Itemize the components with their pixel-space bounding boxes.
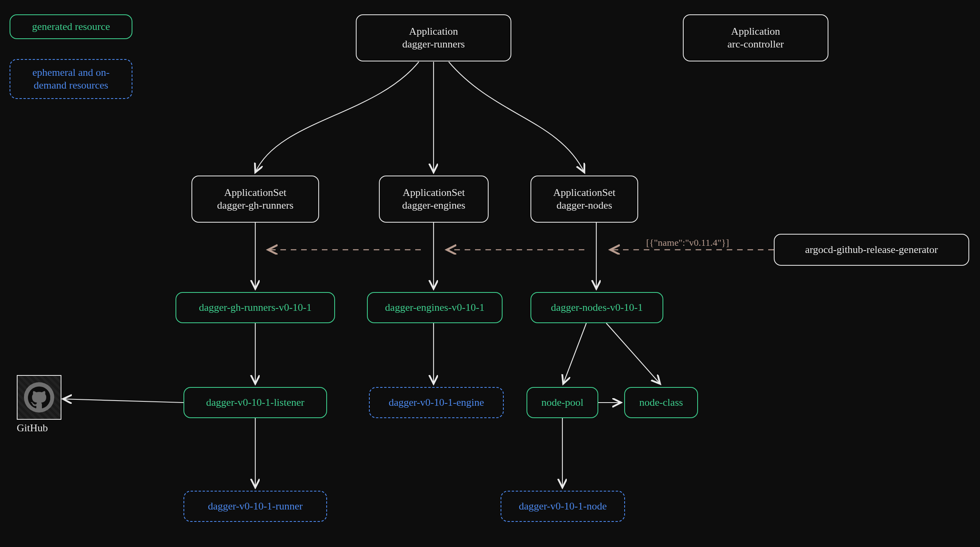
edge-label-release-payload: [{"name":"v0.11.4"}] — [646, 237, 729, 248]
legend-generated-label: generated resource — [32, 20, 110, 34]
release-generator-label: argocd-github-release-generator — [805, 243, 938, 257]
appset-gh-runners-type: ApplicationSet — [224, 186, 286, 199]
node-gen-engines: dagger-engines-v0-10-1 — [367, 292, 503, 323]
legend-generated-resource: generated resource — [10, 14, 132, 39]
github-icon — [17, 375, 61, 420]
appset-nodes-name: dagger-nodes — [556, 199, 612, 212]
node-node: dagger-v0-10-1-node — [501, 491, 625, 522]
gen-engines-label: dagger-engines-v0-10-1 — [385, 301, 484, 314]
gen-nodes-label: dagger-nodes-v0-10-1 — [551, 301, 643, 314]
app-arc-controller-type: Application — [731, 25, 780, 38]
node-appset-engines: ApplicationSet dagger-engines — [379, 176, 489, 223]
node-label: dagger-v0-10-1-node — [519, 500, 607, 513]
node-appset-gh-runners: ApplicationSet dagger-gh-runners — [191, 176, 319, 223]
runner-label: dagger-v0-10-1-runner — [208, 500, 303, 513]
legend-ephemeral-label: ephemeral and on- demand resources — [32, 66, 109, 92]
node-app-dagger-runners: Application dagger-runners — [356, 14, 511, 61]
appset-nodes-type: ApplicationSet — [553, 186, 615, 199]
node-gen-gh-runners: dagger-gh-runners-v0-10-1 — [175, 292, 335, 323]
node-appset-nodes: ApplicationSet dagger-nodes — [530, 176, 638, 223]
appset-gh-runners-name: dagger-gh-runners — [217, 199, 294, 212]
node-node-pool: node-pool — [526, 387, 598, 418]
node-engine: dagger-v0-10-1-engine — [369, 387, 504, 418]
node-runner: dagger-v0-10-1-runner — [183, 491, 327, 522]
node-gen-nodes: dagger-nodes-v0-10-1 — [530, 292, 663, 323]
node-release-generator: argocd-github-release-generator — [774, 234, 969, 266]
app-dagger-runners-name: dagger-runners — [402, 38, 465, 51]
appset-engines-name: dagger-engines — [402, 199, 465, 212]
node-pool-label: node-pool — [541, 396, 583, 409]
legend-ephemeral-resource: ephemeral and on- demand resources — [10, 59, 132, 99]
github-label: GitHub — [17, 422, 48, 434]
node-listener: dagger-v0-10-1-listener — [183, 387, 327, 418]
app-dagger-runners-type: Application — [409, 25, 458, 38]
node-app-arc-controller: Application arc-controller — [683, 14, 828, 61]
listener-label: dagger-v0-10-1-listener — [206, 396, 304, 409]
appset-engines-type: ApplicationSet — [403, 186, 465, 199]
node-class-label: node-class — [639, 396, 683, 409]
edges-layer — [0, 0, 980, 547]
github-octocat-icon — [28, 386, 50, 409]
node-node-class: node-class — [624, 387, 698, 418]
gen-gh-runners-label: dagger-gh-runners-v0-10-1 — [199, 301, 312, 314]
engine-label: dagger-v0-10-1-engine — [388, 396, 484, 409]
app-arc-controller-name: arc-controller — [728, 38, 784, 51]
